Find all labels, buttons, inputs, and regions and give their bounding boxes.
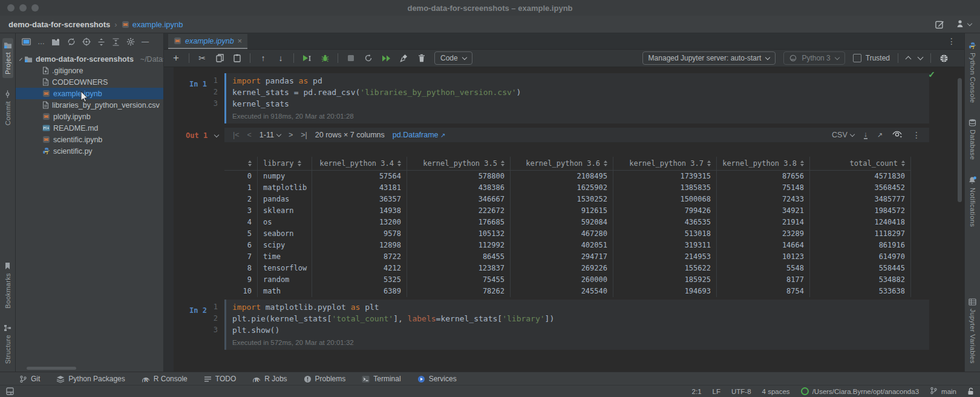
first-page-button[interactable]: |< [233,131,240,139]
download-icon[interactable]: ↓ [864,131,867,139]
dataframe-type-link[interactable]: pd.Dataframe ↗ [393,131,446,139]
tool-window-layout-icon[interactable] [6,387,14,395]
code-line[interactable]: 2plt.pie(kernel_stats['total_count'], la… [226,314,929,326]
tree-item-README.md[interactable]: README.md [16,122,163,134]
tool-stripe-project[interactable]: Project [2,38,13,78]
publish-globe-icon[interactable] [939,54,949,63]
code-line[interactable]: 1import matplotlib.pyplot as plt [226,303,929,314]
new-folder-icon[interactable] [51,38,60,46]
previous-cell-chevron-icon[interactable] [906,56,912,62]
code-line[interactable]: 3plt.show() [226,326,929,337]
file-encoding[interactable]: UTF-8 [731,388,751,395]
line-separator[interactable]: LF [713,388,720,395]
jupyter-server-dropdown[interactable]: Managed Jupyter server: auto-start [642,51,776,65]
next-cell-chevron-icon[interactable] [918,54,924,61]
tree-item-CODEOWNERS[interactable]: CODEOWNERS [16,76,163,88]
lock-icon[interactable] [967,387,974,395]
run-cell-button[interactable] [302,54,312,62]
next-page-button[interactable]: > [289,131,293,139]
cut-cell-button[interactable]: ✂ [197,53,207,63]
project-view-icon[interactable] [22,38,31,45]
table-row[interactable]: 10math6389782622455401946938754533638 [224,286,911,297]
table-row[interactable]: 4os13200176685592084436535219141240418 [224,217,911,228]
code-cell-1[interactable]: In 1 1import pandas as pd2kernel_stats =… [164,73,964,123]
tool-stripe-bookmarks[interactable]: Bookmarks [3,258,13,312]
toolwindow-button-terminal[interactable]: Terminal [362,375,400,383]
table-row[interactable]: 2pandas363573466671530252150006872433348… [224,194,911,205]
paste-cell-button[interactable] [232,54,242,62]
column-header[interactable]: kernel_python 3.7 [613,157,717,170]
expand-all-icon[interactable] [97,38,105,46]
settings-gear-icon[interactable] [126,38,135,46]
column-header-index[interactable] [224,157,258,170]
tool-stripe-python-console[interactable]: Python Console [967,38,978,107]
column-header[interactable]: kernel_python 3.6 [511,157,613,170]
toolwindow-button-r-console[interactable]: RR Console [142,375,188,383]
add-cell-button[interactable]: + [171,52,181,64]
breadcrumb-project[interactable]: demo-data-for-screenshots [8,20,110,29]
table-row[interactable]: 5seaborn95781051324672805130182328911182… [224,228,911,240]
code-line[interactable]: 2kernel_stats = pd.read_csv('libraries_b… [226,88,929,99]
column-header[interactable]: kernel_python 3.8 [717,157,810,170]
checkbox-icon[interactable] [853,54,861,62]
tree-item-plotly.ipynb[interactable]: plotly.ipynb [16,111,163,122]
notebook-editor[interactable]: ✓ In 1 1import pandas as pd2kernel_stats… [164,67,964,372]
eye-icon[interactable] [892,131,903,140]
debug-cell-button[interactable] [320,54,330,62]
toolwindow-button-problems[interactable]: Problems [304,375,346,383]
table-row[interactable]: 8tensorflow42121238372692261556225548558… [224,263,911,274]
code-line[interactable]: 1import pandas as pd [226,76,929,88]
breadcrumb-file[interactable]: example.ipynb [132,20,183,29]
export-format-dropdown[interactable]: CSV [832,131,854,139]
locate-file-icon[interactable] [82,38,91,46]
tab-example-ipynb[interactable]: example.ipynb × [168,34,247,49]
tree-root[interactable]: demo-data-for-screenshots ~/Datasp [16,53,163,65]
restart-kernel-button[interactable] [364,54,373,62]
python-interpreter[interactable]: /Users/Ciara.Byrne/opt/anaconda3 [801,387,919,395]
delete-cell-button[interactable] [417,54,426,62]
toolwindow-button-git[interactable]: Git [19,375,40,383]
edit-compose-icon[interactable] [935,20,944,29]
view-options-more-button[interactable]: … [38,38,45,46]
tree-item-scientific.py[interactable]: scientific.py [16,145,163,157]
git-branch[interactable]: main [930,387,956,396]
toolwindow-button-python-packages[interactable]: Python Packages [56,375,125,383]
collapse-all-icon[interactable] [112,38,120,46]
stop-kernel-button[interactable] [346,54,356,62]
kernel-dropdown[interactable]: Python 3 [783,51,844,65]
move-cell-up-button[interactable]: ↑ [258,53,268,63]
tool-stripe-commit[interactable]: Commit [2,87,13,129]
clear-outputs-button[interactable] [399,54,409,62]
table-row[interactable]: 3sklearn14938222672912615799426349211984… [224,205,911,217]
code-line[interactable]: 3kernel_stats [226,99,929,111]
horizontal-scrollbar[interactable] [27,367,76,370]
tool-stripe-notifications[interactable]: Notifications [967,172,978,231]
chevron-expanded-icon[interactable] [19,57,22,61]
trusted-checkbox[interactable]: Trusted [853,54,890,62]
copy-cell-button[interactable] [215,54,224,62]
user-account-button[interactable] [956,19,972,30]
tool-stripe-database[interactable]: Database [967,115,978,163]
open-in-new-icon[interactable]: ↗ [877,131,883,139]
tool-stripe-jupyter-variables[interactable]: Jupyter Variables [967,295,978,367]
output-options-kebab-icon[interactable]: ⋮ [912,130,921,140]
refresh-icon[interactable] [67,38,76,46]
tab-options-kebab-icon[interactable]: ⋮ [947,36,956,46]
column-header[interactable]: library [258,157,312,170]
table-row[interactable]: 7time87228645529471721495310123614970 [224,251,911,263]
tree-item-.gitignore[interactable]: .gitignore [16,65,163,76]
table-row[interactable]: 1matplotlib43181438386162590213858357514… [224,182,911,194]
hide-panel-button[interactable]: — [142,38,149,46]
page-range-dropdown[interactable]: 1-11 [260,131,281,139]
toolwindow-button-todo[interactable]: TODO [204,375,236,383]
toolwindow-button-r-jobs[interactable]: RR Jobs [252,375,287,383]
move-cell-down-button[interactable]: ↓ [276,53,286,63]
tree-item-libraries_by_python_version.csv[interactable]: libraries_by_python_version.csv [16,99,163,111]
code-cell-2[interactable]: In 2 1import matplotlib.pyplot as plt2pl… [164,300,964,350]
caret-position[interactable]: 2:1 [692,388,702,395]
cell-type-dropdown[interactable]: Code [434,51,472,65]
prev-page-button[interactable]: < [247,131,252,139]
column-header[interactable]: kernel_python 3.4 [312,157,407,170]
run-all-cells-button[interactable] [381,54,391,62]
table-row[interactable]: 9random5325754552600001859258177534882 [224,274,911,286]
